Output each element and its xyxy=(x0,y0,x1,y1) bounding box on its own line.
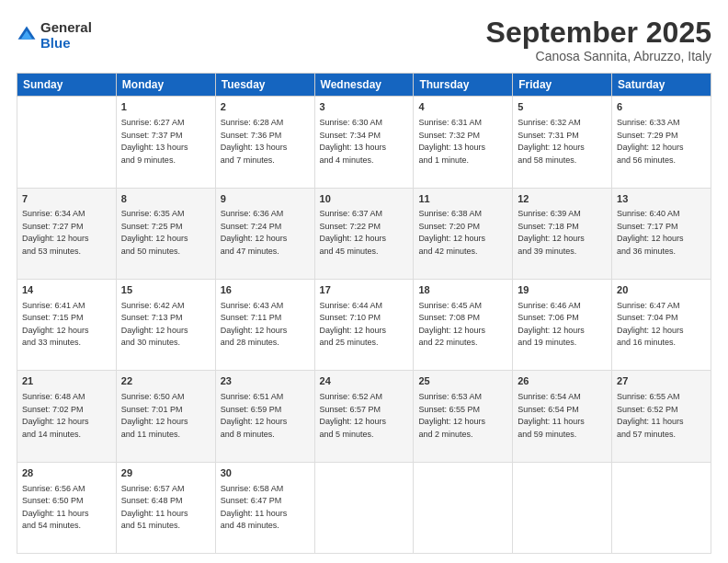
day-number: 14 xyxy=(22,283,111,298)
day-number: 22 xyxy=(121,374,210,389)
calendar-cell: 6Sunrise: 6:33 AM Sunset: 7:29 PM Daylig… xyxy=(612,97,711,188)
day-info: Sunrise: 6:31 AM Sunset: 7:32 PM Dayligh… xyxy=(418,117,507,167)
day-number: 3 xyxy=(320,100,409,115)
day-number: 7 xyxy=(22,192,111,207)
calendar-week-row: 21Sunrise: 6:48 AM Sunset: 7:02 PM Dayli… xyxy=(17,371,711,462)
calendar-cell xyxy=(314,462,414,553)
calendar-cell: 20Sunrise: 6:47 AM Sunset: 7:04 PM Dayli… xyxy=(612,279,711,370)
calendar-week-row: 7Sunrise: 6:34 AM Sunset: 7:27 PM Daylig… xyxy=(17,188,711,279)
day-header: Friday xyxy=(513,74,612,97)
calendar-cell xyxy=(414,462,513,553)
day-number: 19 xyxy=(518,283,607,298)
calendar-cell: 18Sunrise: 6:45 AM Sunset: 7:08 PM Dayli… xyxy=(414,279,513,370)
day-number: 9 xyxy=(221,192,310,207)
calendar-cell xyxy=(612,462,711,553)
calendar-week-row: 14Sunrise: 6:41 AM Sunset: 7:15 PM Dayli… xyxy=(17,279,711,370)
calendar-cell: 24Sunrise: 6:52 AM Sunset: 6:57 PM Dayli… xyxy=(314,371,414,462)
calendar-cell: 29Sunrise: 6:57 AM Sunset: 6:48 PM Dayli… xyxy=(116,462,215,553)
day-info: Sunrise: 6:38 AM Sunset: 7:20 PM Dayligh… xyxy=(418,208,507,258)
calendar-cell: 26Sunrise: 6:54 AM Sunset: 6:54 PM Dayli… xyxy=(513,371,612,462)
calendar-cell: 16Sunrise: 6:43 AM Sunset: 7:11 PM Dayli… xyxy=(215,279,314,370)
calendar-cell: 22Sunrise: 6:50 AM Sunset: 7:01 PM Dayli… xyxy=(116,371,215,462)
day-info: Sunrise: 6:30 AM Sunset: 7:34 PM Dayligh… xyxy=(320,117,409,167)
day-number: 15 xyxy=(121,283,210,298)
calendar-cell: 25Sunrise: 6:53 AM Sunset: 6:55 PM Dayli… xyxy=(414,371,513,462)
day-number: 2 xyxy=(221,100,310,115)
day-header: Saturday xyxy=(612,74,711,97)
day-header: Tuesday xyxy=(215,74,314,97)
day-info: Sunrise: 6:27 AM Sunset: 7:37 PM Dayligh… xyxy=(121,117,210,167)
day-info: Sunrise: 6:52 AM Sunset: 6:57 PM Dayligh… xyxy=(320,391,409,441)
day-number: 21 xyxy=(22,374,111,389)
day-info: Sunrise: 6:46 AM Sunset: 7:06 PM Dayligh… xyxy=(518,300,607,350)
day-number: 23 xyxy=(221,374,310,389)
calendar-cell: 2Sunrise: 6:28 AM Sunset: 7:36 PM Daylig… xyxy=(215,97,314,188)
calendar-week-row: 1Sunrise: 6:27 AM Sunset: 7:37 PM Daylig… xyxy=(17,97,711,188)
day-number: 8 xyxy=(121,192,210,207)
day-number: 18 xyxy=(418,283,507,298)
month-title: September 2025 xyxy=(486,17,711,49)
day-info: Sunrise: 6:33 AM Sunset: 7:29 PM Dayligh… xyxy=(617,117,706,167)
day-info: Sunrise: 6:32 AM Sunset: 7:31 PM Dayligh… xyxy=(518,117,607,167)
day-number: 25 xyxy=(418,374,507,389)
calendar-cell: 14Sunrise: 6:41 AM Sunset: 7:15 PM Dayli… xyxy=(17,279,117,370)
day-info: Sunrise: 6:35 AM Sunset: 7:25 PM Dayligh… xyxy=(121,208,210,258)
calendar-cell: 3Sunrise: 6:30 AM Sunset: 7:34 PM Daylig… xyxy=(314,97,414,188)
day-number: 12 xyxy=(518,192,607,207)
day-info: Sunrise: 6:55 AM Sunset: 6:52 PM Dayligh… xyxy=(617,391,706,441)
day-info: Sunrise: 6:47 AM Sunset: 7:04 PM Dayligh… xyxy=(617,300,706,350)
day-number: 27 xyxy=(617,374,706,389)
day-number: 17 xyxy=(320,283,409,298)
calendar-cell: 4Sunrise: 6:31 AM Sunset: 7:32 PM Daylig… xyxy=(414,97,513,188)
calendar-cell: 23Sunrise: 6:51 AM Sunset: 6:59 PM Dayli… xyxy=(215,371,314,462)
calendar-cell: 15Sunrise: 6:42 AM Sunset: 7:13 PM Dayli… xyxy=(116,279,215,370)
calendar-cell: 5Sunrise: 6:32 AM Sunset: 7:31 PM Daylig… xyxy=(513,97,612,188)
header: General Blue September 2025 Canosa Sanni… xyxy=(17,17,711,63)
header-row: SundayMondayTuesdayWednesdayThursdayFrid… xyxy=(17,74,711,97)
day-info: Sunrise: 6:50 AM Sunset: 7:01 PM Dayligh… xyxy=(121,391,210,441)
day-info: Sunrise: 6:45 AM Sunset: 7:08 PM Dayligh… xyxy=(418,300,507,350)
day-number: 16 xyxy=(221,283,310,298)
day-info: Sunrise: 6:42 AM Sunset: 7:13 PM Dayligh… xyxy=(121,300,210,350)
day-info: Sunrise: 6:39 AM Sunset: 7:18 PM Dayligh… xyxy=(518,208,607,258)
day-info: Sunrise: 6:51 AM Sunset: 6:59 PM Dayligh… xyxy=(221,391,310,441)
calendar-cell xyxy=(513,462,612,553)
calendar-cell: 7Sunrise: 6:34 AM Sunset: 7:27 PM Daylig… xyxy=(17,188,117,279)
day-number: 4 xyxy=(418,100,507,115)
calendar-cell: 21Sunrise: 6:48 AM Sunset: 7:02 PM Dayli… xyxy=(17,371,117,462)
calendar-cell: 1Sunrise: 6:27 AM Sunset: 7:37 PM Daylig… xyxy=(116,97,215,188)
calendar-cell: 8Sunrise: 6:35 AM Sunset: 7:25 PM Daylig… xyxy=(116,188,215,279)
calendar-cell: 10Sunrise: 6:37 AM Sunset: 7:22 PM Dayli… xyxy=(314,188,414,279)
day-number: 30 xyxy=(221,466,310,481)
logo-text: General Blue xyxy=(40,20,92,51)
day-info: Sunrise: 6:41 AM Sunset: 7:15 PM Dayligh… xyxy=(22,300,111,350)
day-header: Wednesday xyxy=(314,74,414,97)
calendar-cell: 30Sunrise: 6:58 AM Sunset: 6:47 PM Dayli… xyxy=(215,462,314,553)
day-number: 28 xyxy=(22,466,111,481)
location: Canosa Sannita, Abruzzo, Italy xyxy=(486,49,711,63)
logo-general: General xyxy=(40,20,92,36)
day-number: 29 xyxy=(121,466,210,481)
day-header: Sunday xyxy=(17,74,117,97)
calendar-table: SundayMondayTuesdayWednesdayThursdayFrid… xyxy=(17,73,711,554)
calendar-cell: 27Sunrise: 6:55 AM Sunset: 6:52 PM Dayli… xyxy=(612,371,711,462)
calendar-cell: 17Sunrise: 6:44 AM Sunset: 7:10 PM Dayli… xyxy=(314,279,414,370)
day-info: Sunrise: 6:28 AM Sunset: 7:36 PM Dayligh… xyxy=(221,117,310,167)
day-number: 20 xyxy=(617,283,706,298)
day-info: Sunrise: 6:53 AM Sunset: 6:55 PM Dayligh… xyxy=(418,391,507,441)
day-info: Sunrise: 6:44 AM Sunset: 7:10 PM Dayligh… xyxy=(320,300,409,350)
day-info: Sunrise: 6:43 AM Sunset: 7:11 PM Dayligh… xyxy=(221,300,310,350)
day-info: Sunrise: 6:36 AM Sunset: 7:24 PM Dayligh… xyxy=(221,208,310,258)
day-info: Sunrise: 6:57 AM Sunset: 6:48 PM Dayligh… xyxy=(121,483,210,533)
day-number: 24 xyxy=(320,374,409,389)
day-header: Thursday xyxy=(414,74,513,97)
calendar-cell: 19Sunrise: 6:46 AM Sunset: 7:06 PM Dayli… xyxy=(513,279,612,370)
day-number: 13 xyxy=(617,192,706,207)
logo-icon xyxy=(17,25,37,45)
day-info: Sunrise: 6:34 AM Sunset: 7:27 PM Dayligh… xyxy=(22,208,111,258)
day-info: Sunrise: 6:56 AM Sunset: 6:50 PM Dayligh… xyxy=(22,483,111,533)
title-block: September 2025 Canosa Sannita, Abruzzo, … xyxy=(486,17,711,63)
calendar-cell: 9Sunrise: 6:36 AM Sunset: 7:24 PM Daylig… xyxy=(215,188,314,279)
page: General Blue September 2025 Canosa Sanni… xyxy=(0,0,728,563)
day-info: Sunrise: 6:54 AM Sunset: 6:54 PM Dayligh… xyxy=(518,391,607,441)
